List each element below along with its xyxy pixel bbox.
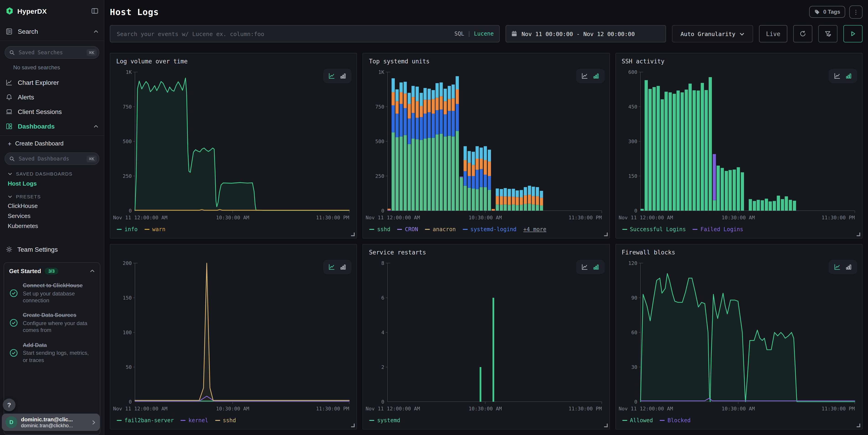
legend-item[interactable]: Successful Logins [622, 226, 686, 232]
live-button[interactable]: Live [759, 25, 787, 42]
saved-dashboards-input-wrap[interactable]: ⌘K [5, 152, 99, 165]
legend-item[interactable]: anacron [425, 226, 456, 232]
lucene-toggle[interactable]: Lucene [474, 31, 494, 37]
legend-item[interactable]: Failed Logins [693, 226, 743, 232]
resize-handle[interactable] [351, 232, 355, 236]
chart-panel-auth-failures: 050100150200Nov 11 12:00:00 AM10:30:00 A… [110, 244, 357, 430]
line-chart-toggle-icon[interactable] [834, 263, 841, 270]
saved-dashboards-input[interactable] [18, 155, 84, 162]
calendar-icon [511, 31, 518, 37]
resize-handle[interactable] [604, 232, 608, 236]
presets-section-header[interactable]: PRESETS [0, 188, 104, 200]
svg-text:10:30:00 AM: 10:30:00 AM [469, 215, 502, 220]
line-chart-toggle-icon[interactable] [329, 72, 335, 79]
kebab-menu-button[interactable]: ⋮ [849, 5, 863, 19]
chart-canvas: 050100150200Nov 11 12:00:00 AM10:30:00 A… [112, 259, 355, 414]
tags-label: 0 Tags [823, 9, 840, 15]
chart-panel-ssh-activity: SSH activity 0150300450600Nov 11 12:00:0… [615, 53, 863, 239]
chart-legend: infowarn [112, 223, 355, 232]
bar-chart-toggle-icon[interactable] [340, 72, 347, 79]
user-menu[interactable]: D dominic.tran@clic... dominic.tran@clic… [2, 413, 100, 431]
sidebar-item-team-settings[interactable]: Team Settings [0, 242, 104, 257]
event-search-input[interactable] [116, 30, 451, 38]
svg-text:8: 8 [381, 260, 384, 266]
date-range-value: Nov 11 00:00:00 - Nov 12 00:00:00 [522, 30, 635, 37]
date-range-picker[interactable]: Nov 11 00:00:00 - Nov 12 00:00:00 [505, 25, 666, 42]
help-button[interactable]: ? [3, 399, 16, 411]
sidebar-item-host-logs[interactable]: Host Logs [0, 177, 104, 188]
get-started-item-connect[interactable]: Connect to ClickHouse Set up your databa… [9, 282, 95, 304]
chevron-up-icon[interactable] [90, 269, 95, 274]
sql-toggle[interactable]: SQL [454, 31, 464, 37]
bar-chart-toggle-icon[interactable] [845, 263, 852, 270]
svg-text:100: 100 [123, 330, 132, 335]
sidebar-item-clickhouse[interactable]: ClickHouse [0, 200, 104, 210]
tags-button[interactable]: 0 Tags [809, 6, 845, 18]
get-started-item-sources[interactable]: Create Data Sources Configure where your… [9, 312, 95, 334]
resize-handle[interactable] [857, 232, 860, 236]
sidebar-item-services[interactable]: Services [0, 210, 104, 220]
sidebar-item-dashboards[interactable]: Dashboards [0, 119, 104, 134]
refresh-button[interactable] [793, 25, 812, 42]
legend-item[interactable]: systemd [370, 417, 400, 424]
sidebar-collapse-icon[interactable] [91, 7, 98, 14]
svg-text:0: 0 [129, 399, 132, 405]
refresh-icon [799, 30, 806, 37]
legend-item[interactable]: +4 more [523, 226, 547, 232]
svg-text:11:30:00 PM: 11:30:00 PM [316, 215, 349, 220]
get-started-item-desc: Set up your database connection [23, 290, 95, 304]
legend-item[interactable]: info [117, 226, 138, 232]
sidebar-item-client-sessions[interactable]: Client Sessions [0, 104, 104, 119]
chart-canvas: 02505007501KNov 11 12:00:00 AM10:30:00 A… [112, 68, 355, 223]
gear-icon [5, 246, 13, 253]
saved-searches-input-wrap[interactable]: ⌘K [5, 46, 99, 59]
bar-chart-toggle-icon[interactable] [340, 263, 347, 270]
line-chart-toggle-icon[interactable] [834, 72, 841, 79]
sidebar-item-chart-explorer[interactable]: Chart Explorer [0, 75, 104, 90]
legend-item[interactable]: sshd [215, 417, 236, 424]
resize-handle[interactable] [604, 424, 608, 427]
page-title: Host Logs [110, 7, 159, 17]
svg-text:500: 500 [375, 138, 384, 144]
sidebar-item-alerts[interactable]: Alerts [0, 90, 104, 104]
saved-dashboards-section-header[interactable]: SAVED DASHBOARDS [0, 165, 104, 177]
legend-item[interactable]: CRON [397, 226, 418, 232]
check-circle-icon [9, 342, 18, 364]
resize-handle[interactable] [857, 424, 860, 427]
get-started-progress-badge: 3/3 [45, 268, 58, 275]
get-started-item-add-data[interactable]: Add Data Start sending logs, metrics, or… [9, 342, 95, 364]
shortcut-badge: ⌘K [87, 155, 97, 162]
svg-text:6: 6 [381, 295, 384, 301]
run-query-button[interactable] [843, 25, 863, 42]
legend-item[interactable]: fail2ban-server [117, 417, 174, 424]
bar-chart-toggle-icon[interactable] [845, 72, 852, 79]
create-dashboard-button[interactable]: + Create Dashboard [0, 136, 104, 148]
svg-text:10:30:00 AM: 10:30:00 AM [721, 215, 755, 220]
legend-item[interactable]: systemd-logind [463, 226, 516, 232]
line-chart-toggle-icon[interactable] [581, 72, 588, 79]
legend-item[interactable]: sshd [370, 226, 391, 232]
bar-chart-toggle-icon[interactable] [592, 263, 599, 270]
legend-item[interactable]: Blocked [660, 417, 690, 424]
legend-item[interactable]: Allowed [622, 417, 653, 424]
granularity-select[interactable]: Auto Granularity [672, 25, 753, 42]
check-circle-icon [9, 312, 18, 334]
sidebar-item-search[interactable]: Search [0, 24, 104, 39]
chart-canvas: 0150300450600Nov 11 12:00:00 AM10:30:00 … [618, 68, 860, 223]
bar-chart-toggle-icon[interactable] [592, 72, 599, 79]
legend-item[interactable]: kernel [181, 417, 208, 424]
chart-title: Log volume over time [112, 57, 355, 68]
user-email: dominic.tran@clickho... [21, 423, 88, 428]
line-chart-toggle-icon[interactable] [581, 263, 588, 270]
saved-searches-input[interactable] [18, 49, 84, 56]
chart-title: Firewall blocks [618, 248, 860, 259]
bell-icon [5, 93, 13, 101]
event-search-input-wrap[interactable]: SQL | Lucene [110, 25, 500, 42]
filter-button[interactable] [818, 25, 837, 42]
chart-panel-top-systemd-units: Top systemd units 02505007501KNov 11 12:… [363, 53, 610, 239]
divider [0, 40, 104, 41]
line-chart-toggle-icon[interactable] [329, 263, 335, 270]
sidebar-item-kubernetes[interactable]: Kubernetes [0, 220, 104, 230]
legend-item[interactable]: warn [145, 226, 165, 232]
resize-handle[interactable] [351, 424, 355, 427]
